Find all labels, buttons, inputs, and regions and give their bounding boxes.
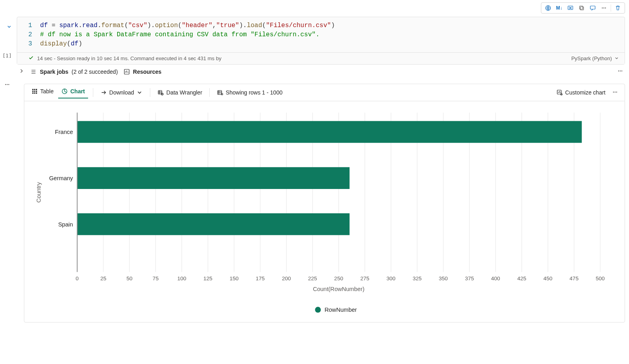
spark-jobs-status: (2 of 2 succeeded) (72, 69, 118, 75)
wrangler-icon (157, 89, 164, 96)
resources-label: Resources (133, 69, 162, 75)
svg-text:150: 150 (230, 275, 239, 281)
clear-output-icon[interactable] (565, 4, 576, 12)
svg-point-28 (221, 93, 223, 95)
svg-rect-17 (36, 89, 37, 90)
more-icon[interactable] (599, 4, 609, 12)
pie-icon (61, 88, 68, 94)
cell-index: [1] (2, 53, 12, 59)
rows-icon (217, 89, 223, 96)
separator (150, 88, 150, 97)
svg-text:0: 0 (76, 275, 79, 281)
svg-text:450: 450 (543, 275, 552, 281)
svg-rect-20 (36, 91, 37, 92)
svg-point-10 (620, 71, 621, 71)
svg-rect-2 (580, 7, 584, 10)
svg-text:175: 175 (256, 275, 265, 281)
collapse-cell-button[interactable] (6, 24, 12, 31)
svg-text:100: 100 (177, 275, 187, 281)
svg-text:500: 500 (596, 275, 605, 281)
code-cell: 123 df = spark.read.format("csv").option… (17, 17, 625, 65)
success-check-icon (28, 55, 34, 62)
copy-icon[interactable] (576, 4, 587, 12)
svg-rect-22 (34, 92, 35, 94)
cell-toolbar: M↓ (541, 2, 625, 14)
rows-info[interactable]: Showing rows 1 - 1000 (214, 88, 285, 97)
markdown-icon[interactable]: M↓ (554, 4, 564, 12)
output-toolbar: Table Chart Download Data Wrangler Showi… (24, 84, 625, 101)
svg-rect-81 (78, 213, 350, 235)
svg-text:275: 275 (360, 275, 370, 281)
svg-text:325: 325 (413, 275, 422, 281)
svg-rect-19 (34, 91, 35, 92)
line-gutter: 123 (28, 21, 40, 49)
svg-point-9 (618, 71, 619, 71)
svg-point-32 (615, 91, 615, 92)
svg-point-5 (602, 8, 603, 8)
jobs-resources-row: Spark jobs (2 of 2 succeeded) Resources (17, 65, 625, 78)
svg-text:375: 375 (465, 275, 474, 281)
cell-status-bar: 14 sec - Session ready in 10 sec 14 ms. … (17, 52, 625, 64)
svg-text:RowNumber: RowNumber (324, 307, 357, 313)
list-icon (30, 69, 37, 75)
svg-point-31 (613, 91, 614, 92)
spark-jobs-button[interactable]: Spark jobs (2 of 2 succeeded) (30, 69, 118, 75)
delete-icon[interactable] (613, 4, 623, 12)
svg-text:Count(RowNumber): Count(RowNumber) (313, 286, 365, 292)
toolbar-separator (611, 4, 611, 12)
svg-point-14 (8, 84, 9, 85)
comment-icon[interactable] (588, 4, 598, 12)
chart-area: 0255075100125150175200225250275300325350… (24, 101, 625, 322)
svg-point-11 (621, 71, 622, 71)
table-icon (31, 88, 38, 94)
svg-point-7 (605, 8, 606, 8)
tab-table[interactable]: Table (28, 87, 57, 98)
tab-table-label: Table (40, 88, 53, 94)
svg-text:50: 50 (126, 275, 132, 281)
kernel-selector[interactable]: PySpark (Python) (571, 55, 619, 61)
svg-rect-15 (32, 89, 33, 90)
svg-text:Spain: Spain (58, 221, 73, 228)
svg-text:125: 125 (203, 275, 212, 281)
kernel-label: PySpark (Python) (571, 55, 612, 61)
svg-rect-79 (78, 167, 350, 189)
svg-point-33 (616, 91, 617, 92)
svg-point-6 (603, 8, 604, 8)
data-wrangler-label: Data Wrangler (166, 89, 202, 96)
expand-jobs-button[interactable] (18, 68, 25, 75)
jobs-more-icon[interactable] (617, 68, 623, 75)
customize-chart-button[interactable]: Customize chart (554, 88, 608, 97)
customize-icon (556, 89, 563, 96)
svg-text:300: 300 (387, 275, 396, 281)
spark-jobs-label: Spark jobs (40, 69, 69, 75)
svg-point-85 (315, 307, 321, 313)
tab-chart-label: Chart (70, 88, 85, 94)
svg-text:75: 75 (153, 275, 159, 281)
chart-icon (124, 69, 130, 75)
bar-chart: 0255075100125150175200225250275300325350… (31, 108, 613, 318)
svg-text:225: 225 (308, 275, 317, 281)
customize-chart-label: Customize chart (565, 89, 605, 96)
svg-rect-21 (32, 92, 33, 94)
svg-text:Country: Country (35, 182, 42, 203)
svg-rect-77 (78, 121, 582, 143)
resources-button[interactable]: Resources (124, 69, 162, 75)
svg-text:400: 400 (491, 275, 500, 281)
svg-point-13 (7, 84, 8, 85)
data-wrangler-button[interactable]: Data Wrangler (155, 88, 204, 97)
output-more-icon[interactable] (609, 89, 621, 96)
chevron-down-icon (136, 89, 143, 96)
svg-text:350: 350 (439, 275, 448, 281)
code-editor[interactable]: df = spark.read.format("csv").option("he… (40, 21, 335, 49)
cell-side-menu[interactable] (4, 81, 10, 89)
download-button[interactable]: Download (98, 88, 145, 97)
svg-text:250: 250 (334, 275, 343, 281)
svg-text:200: 200 (282, 275, 291, 281)
globe-icon[interactable] (543, 4, 553, 12)
output-panel: Table Chart Download Data Wrangler Showi… (24, 84, 625, 323)
svg-rect-18 (32, 91, 33, 92)
tab-chart[interactable]: Chart (58, 87, 88, 98)
svg-rect-3 (580, 6, 583, 9)
download-label: Download (109, 89, 134, 96)
chevron-down-icon (614, 56, 619, 61)
